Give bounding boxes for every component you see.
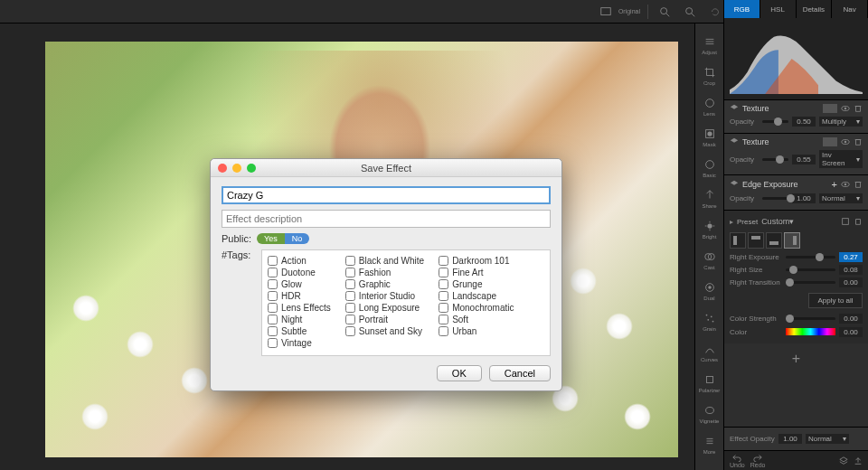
- opacity-slider[interactable]: [762, 158, 788, 161]
- rail-basic[interactable]: Basic: [697, 154, 722, 183]
- tag-checkbox[interactable]: Action: [268, 256, 331, 266]
- tag-checkbox[interactable]: Vintage: [268, 338, 331, 348]
- edge-right[interactable]: [784, 232, 800, 249]
- rail-grain[interactable]: Grain: [697, 307, 722, 336]
- tab-nav[interactable]: Nav: [832, 0, 868, 18]
- effect-description-input[interactable]: [222, 210, 551, 228]
- tags-label: #Tags:: [222, 249, 261, 356]
- tag-checkbox[interactable]: Long Exposure: [345, 303, 424, 313]
- tag-checkbox[interactable]: Urban: [439, 326, 514, 336]
- add-effect-button[interactable]: +: [724, 343, 868, 374]
- rail-more[interactable]: More: [697, 430, 722, 459]
- svg-point-18: [707, 131, 712, 136]
- rail-lens[interactable]: Lens: [697, 92, 722, 121]
- dialog-title: Save Effect: [211, 163, 561, 174]
- layers-icon: [730, 104, 739, 113]
- tag-checkbox[interactable]: Fine Art: [439, 268, 514, 277]
- trash-icon[interactable]: [854, 180, 863, 189]
- blend-select[interactable]: Normal▾: [819, 193, 863, 203]
- undo-button[interactable]: Undo: [730, 453, 745, 468]
- edge-left[interactable]: [730, 232, 746, 249]
- svg-point-19: [705, 161, 713, 169]
- right-size-slider[interactable]: [786, 268, 835, 271]
- tag-checkbox[interactable]: Landscape: [439, 291, 514, 301]
- svg-point-32: [844, 108, 847, 110]
- opacity-slider[interactable]: [762, 120, 788, 123]
- edge-side-buttons: [730, 232, 863, 249]
- svg-rect-29: [706, 377, 712, 383]
- tag-checkbox[interactable]: Soft: [439, 315, 514, 324]
- tag-checkbox[interactable]: Black and White: [345, 256, 424, 266]
- effect-blend-select[interactable]: Normal▾: [806, 434, 849, 444]
- tag-checkbox[interactable]: Fashion: [345, 268, 424, 277]
- tag-checkbox[interactable]: Portrait: [345, 315, 424, 324]
- tag-checkbox[interactable]: Monochromatic: [439, 303, 514, 313]
- eye-icon[interactable]: [841, 137, 850, 146]
- zoom-out-button[interactable]: [681, 4, 699, 20]
- edge-bottom[interactable]: [766, 232, 782, 249]
- reset-button[interactable]: [706, 4, 724, 20]
- layers-toggle-icon[interactable]: [839, 456, 848, 465]
- zoom-in-button[interactable]: [656, 4, 674, 20]
- apply-all-button[interactable]: Apply to all: [808, 293, 863, 308]
- layer-title: Texture: [742, 137, 769, 146]
- blend-select[interactable]: Multiply▾: [819, 117, 863, 127]
- texture-thumb[interactable]: [823, 137, 837, 146]
- opacity-slider[interactable]: [762, 197, 788, 200]
- eye-icon[interactable]: [841, 180, 850, 189]
- tag-checkbox[interactable]: Grunge: [439, 279, 514, 289]
- effect-name-input[interactable]: [222, 186, 551, 204]
- cancel-button[interactable]: Cancel: [489, 365, 551, 381]
- tag-checkbox[interactable]: HDR: [268, 291, 331, 301]
- tab-rgb[interactable]: RGB: [724, 0, 760, 18]
- rail-vignette[interactable]: Vignette: [697, 400, 722, 428]
- tab-details[interactable]: Details: [797, 0, 833, 18]
- svg-point-20: [707, 223, 712, 228]
- blend-select[interactable]: Inv Screen▾: [819, 150, 863, 168]
- tag-checkbox[interactable]: Glow: [268, 279, 331, 289]
- tab-hsl[interactable]: HSL: [760, 0, 797, 18]
- trash-icon[interactable]: [854, 104, 863, 113]
- add-icon[interactable]: +: [832, 179, 837, 190]
- rail-share[interactable]: Share: [697, 184, 722, 213]
- trash-icon[interactable]: [854, 217, 863, 226]
- svg-rect-39: [751, 236, 760, 240]
- tag-checkbox[interactable]: Lens Effects: [268, 303, 331, 313]
- tag-checkbox[interactable]: Interior Studio: [345, 291, 424, 301]
- rail-mask[interactable]: Mask: [697, 123, 722, 152]
- eye-icon[interactable]: [841, 104, 850, 113]
- tag-checkbox[interactable]: Graphic: [345, 279, 424, 289]
- save-icon[interactable]: [841, 217, 850, 226]
- export-icon[interactable]: [854, 456, 863, 465]
- public-toggle[interactable]: Yes No: [257, 233, 309, 244]
- rail-polarizer[interactable]: Polarizer: [697, 369, 722, 398]
- color-strength-slider[interactable]: [786, 317, 835, 320]
- tag-checkbox[interactable]: Night: [268, 315, 331, 324]
- right-transition-slider[interactable]: [786, 281, 835, 284]
- color-slider[interactable]: [786, 326, 835, 337]
- edge-exposure-layer: Edge Exposure + Opacity 1.00 Normal▾: [724, 174, 868, 210]
- edge-top[interactable]: [748, 232, 764, 249]
- rail-cast[interactable]: Cast: [697, 246, 722, 275]
- tag-checkbox[interactable]: Darkroom 101: [439, 256, 514, 266]
- dialog-titlebar[interactable]: Save Effect: [211, 159, 561, 177]
- rail-bright[interactable]: Bright: [697, 215, 722, 244]
- layer-title: Texture: [742, 104, 769, 113]
- preset-select[interactable]: Custom▾: [761, 217, 837, 226]
- tags-list: ActionDuotoneGlowHDRLens EffectsNightSub…: [261, 249, 551, 356]
- tag-checkbox[interactable]: Subtle: [268, 326, 331, 336]
- rail-adjust[interactable]: Adjust: [697, 31, 722, 60]
- trash-icon[interactable]: [854, 137, 863, 146]
- undo-bar: Undo Redo: [724, 450, 868, 470]
- tag-checkbox[interactable]: Duotone: [268, 268, 331, 277]
- rail-dual[interactable]: Dual: [697, 277, 722, 306]
- redo-button[interactable]: Redo: [750, 453, 766, 468]
- texture-thumb[interactable]: [823, 104, 837, 113]
- right-exposure-slider[interactable]: [786, 256, 835, 258]
- ok-button[interactable]: OK: [437, 365, 482, 381]
- tag-checkbox[interactable]: Sunset and Sky: [345, 326, 424, 336]
- svg-point-34: [844, 141, 847, 144]
- rail-crop[interactable]: Crop: [697, 61, 722, 90]
- rail-curves[interactable]: Curves: [697, 338, 722, 367]
- original-button[interactable]: [597, 4, 615, 20]
